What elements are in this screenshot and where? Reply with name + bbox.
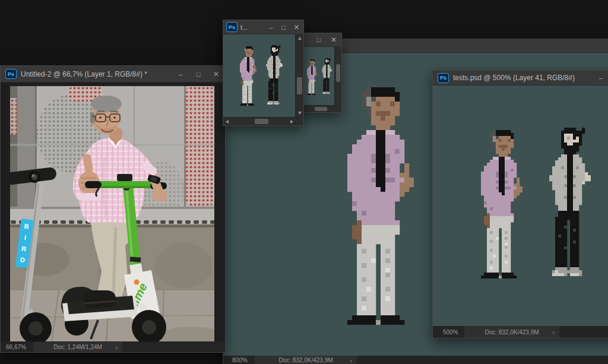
- zoom-level-field[interactable]: 800%: [223, 357, 255, 363]
- scroll-left-arrow-icon[interactable]: [223, 118, 231, 125]
- float-back-titlebar[interactable]: □ ✕: [300, 33, 341, 47]
- scroll-right-arrow-icon[interactable]: [288, 118, 296, 125]
- float-back-canvas[interactable]: [300, 47, 334, 105]
- photoshop-file-icon: Ps: [438, 73, 449, 83]
- float-front-canvas[interactable]: [223, 34, 295, 117]
- close-button[interactable]: ✕: [326, 33, 341, 46]
- float-front-titlebar[interactable]: Ps t... – □ ✕: [223, 20, 303, 34]
- float-window-back: □ ✕: [299, 33, 342, 113]
- maximize-button[interactable]: □: [312, 33, 326, 46]
- untitled-window-statusbar: 66,67% Doc: 1,24M/1,24M ›: [1, 342, 225, 352]
- untitled-window-canvas[interactable]: B I R D: [1, 83, 225, 342]
- zoom-level-field[interactable]: 66,67%: [1, 344, 33, 350]
- close-button[interactable]: ✕: [290, 20, 303, 34]
- scroll-down-arrow-icon[interactable]: [296, 109, 303, 117]
- minimize-button[interactable]: –: [592, 71, 608, 85]
- pixel-art-man-large: [347, 87, 414, 325]
- vertical-scrollbar[interactable]: [295, 34, 303, 117]
- man-hair: [91, 96, 122, 112]
- pixel-art-beard-man-small: [266, 45, 283, 105]
- maximize-button[interactable]: □: [277, 20, 290, 34]
- pixel-art-man-tiny: [307, 59, 317, 95]
- doc-size-field[interactable]: Doc: 1,24M/1,24M ›: [33, 342, 122, 352]
- scrollbar-corner: [296, 118, 303, 125]
- minimize-button[interactable]: –: [265, 20, 277, 34]
- doc-size-field[interactable]: Doc: 832,0K/423,9M ›: [255, 356, 357, 364]
- float-front-title: t...: [240, 24, 262, 31]
- untitled-window-titlebar[interactable]: Ps Untitled-2 @ 66,7% (Layer 1, RGB/8#) …: [1, 66, 225, 83]
- float-window-front: Ps t... – □ ✕: [223, 20, 304, 126]
- untitled-document-window: Ps Untitled-2 @ 66,7% (Layer 1, RGB/8#) …: [0, 65, 226, 353]
- tests-window-title: tests.psd @ 500% (Layer 41, RGB/8#): [453, 74, 588, 82]
- chevron-right-icon[interactable]: ›: [552, 328, 555, 335]
- doc-size-text: Doc: 832,0K/423,9M: [278, 357, 332, 363]
- maximize-button[interactable]: □: [189, 66, 207, 82]
- minimize-button[interactable]: –: [172, 66, 189, 82]
- bird-letter: D: [20, 256, 25, 264]
- horizontal-scrollbar[interactable]: [300, 105, 341, 112]
- photoshop-file-icon: Ps: [5, 69, 17, 79]
- pixel-art-man-small: [240, 46, 256, 106]
- photo-content: B I R D: [10, 86, 214, 341]
- photoshop-workspace: 800% Doc: 832,0K/423,9M › Ps tests.psd @…: [0, 0, 608, 364]
- vertical-scrollbar[interactable]: [334, 47, 341, 105]
- bird-letter: B: [24, 223, 29, 230]
- doc-size-field[interactable]: Doc: 832,0K/423,9M ›: [464, 326, 559, 338]
- horizontal-scrollbar[interactable]: [223, 117, 303, 125]
- doc-size-text: Doc: 1,24M/1,24M: [53, 344, 102, 350]
- doc-size-text: Doc: 832,0K/423,9M: [484, 329, 539, 335]
- scroll-up-arrow-icon[interactable]: [296, 34, 303, 42]
- horizontal-scroll-thumb[interactable]: [255, 119, 268, 124]
- untitled-window-title: Untitled-2 @ 66,7% (Layer 1, RGB/8#) *: [21, 70, 167, 78]
- tests-document-window: Ps tests.psd @ 500% (Layer 41, RGB/8#) –…: [432, 70, 608, 338]
- photoshop-file-icon: Ps: [226, 22, 238, 32]
- man-shoe: [83, 290, 116, 308]
- tests-window-canvas[interactable]: [433, 86, 608, 326]
- pixel-art-beard-man-tiny: [322, 58, 332, 94]
- tests-window-titlebar[interactable]: Ps tests.psd @ 500% (Layer 41, RGB/8#) –…: [433, 71, 608, 86]
- pixel-art-beard-man-medium: [549, 128, 591, 276]
- tests-window-statusbar: 500% Doc: 832,0K/423,9M ›: [433, 326, 608, 338]
- background-window-statusbar: 800% Doc: 832,0K/423,9M ›: [223, 356, 608, 364]
- chevron-right-icon[interactable]: ›: [350, 357, 352, 364]
- zoom-level-field[interactable]: 500%: [433, 329, 464, 335]
- pixel-art-man-medium: [481, 130, 522, 278]
- bird-letter: R: [21, 245, 26, 252]
- chevron-right-icon[interactable]: ›: [115, 344, 118, 351]
- vertical-scroll-thumb[interactable]: [297, 77, 302, 94]
